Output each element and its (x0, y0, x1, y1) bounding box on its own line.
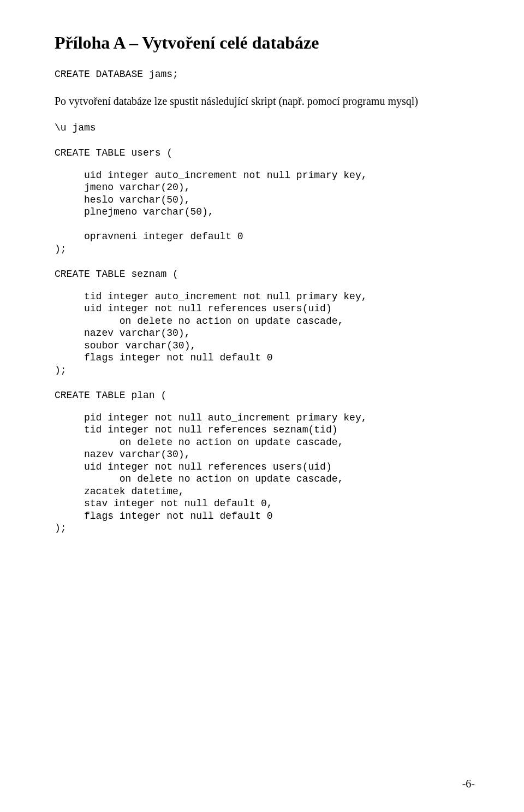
sql-create-database: CREATE DATABASE jams; (55, 68, 475, 81)
sql-create-users-body: uid integer auto_increment not null prim… (55, 169, 475, 256)
sql-use-db: \u jams (55, 122, 475, 134)
sql-create-plan-body: pid integer not null auto_increment prim… (55, 412, 475, 535)
sql-create-plan-head: CREATE TABLE plan ( (55, 389, 475, 402)
page-number: -6- (462, 778, 475, 790)
page-heading: Příloha A – Vytvoření celé databáze (55, 33, 475, 53)
sql-create-users-head: CREATE TABLE users ( (55, 147, 475, 159)
sql-create-seznam-head: CREATE TABLE seznam ( (55, 268, 475, 281)
sql-create-seznam-body: tid integer auto_increment not null prim… (55, 291, 475, 377)
intro-paragraph: Po vytvoření databáze lze spustit násled… (55, 94, 475, 109)
